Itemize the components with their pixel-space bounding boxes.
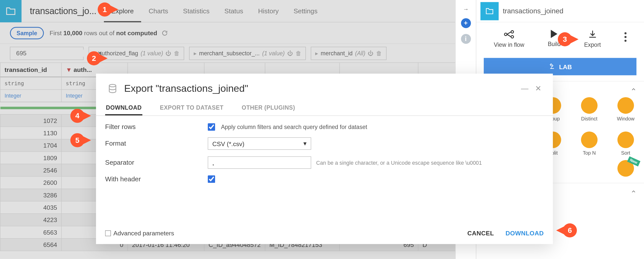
download-button[interactable]: DOWNLOAD [506, 230, 544, 237]
tab-settings[interactable]: Settings [286, 0, 325, 22]
play-icon [551, 30, 557, 38]
svg-point-7 [109, 84, 116, 87]
trash-icon[interactable]: 🗑 [296, 50, 301, 56]
action-view-in-flow[interactable]: View in flow [494, 30, 524, 48]
with-header-label: With header [105, 175, 208, 183]
recipe-item[interactable]: Distinct [576, 97, 602, 127]
separator-hint: Can be a single character, or a Unicode … [316, 159, 482, 166]
svg-point-4 [511, 35, 514, 38]
action-export[interactable]: Export [584, 30, 601, 48]
filter-rows-label: Filter rows [105, 123, 208, 131]
power-icon[interactable]: ⏻ [368, 50, 374, 56]
format-select[interactable]: CSV (*.csv)▾ [208, 137, 311, 150]
filter-rows-desc: Apply column filters and search query de… [221, 124, 367, 130]
search-input[interactable]: ✕ [10, 47, 84, 60]
lab-button[interactable]: LAB [484, 58, 636, 75]
trash-icon[interactable]: 🗑 [174, 50, 180, 56]
main-tabs: Explore Charts Statistics Status History… [104, 0, 325, 22]
chevron-up-icon [631, 189, 636, 194]
trash-icon[interactable]: 🗑 [376, 50, 382, 56]
modal-tab-other[interactable]: OTHER (PLUGINS) [241, 101, 296, 115]
dataset-icon[interactable] [0, 0, 22, 22]
refresh-icon[interactable] [161, 30, 168, 36]
tab-status[interactable]: Status [217, 0, 251, 22]
format-label: Format [105, 140, 208, 147]
annotation-4: 4 [70, 109, 91, 123]
tab-history[interactable]: History [251, 0, 286, 22]
more-menu[interactable] [624, 30, 626, 42]
dataset-title: transactions_jo... [30, 6, 96, 16]
info-button[interactable]: i [461, 34, 471, 44]
separator-label: Separator [105, 159, 208, 166]
modal-tab-export-dataset[interactable]: EXPORT TO DATASET [159, 101, 224, 115]
annotation-2: 2 [87, 51, 107, 65]
sample-button[interactable]: Sample [10, 27, 44, 39]
add-button[interactable]: + [461, 18, 471, 28]
filter-pill-merchant-subsector[interactable]: ▸merchant_subsector_... (1 value) ⏻🗑 [189, 47, 306, 60]
svg-line-5 [507, 32, 511, 34]
svg-line-6 [507, 34, 511, 37]
filter-rows-checkbox[interactable] [208, 123, 215, 131]
recipe-item[interactable]: Sort [613, 132, 639, 156]
svg-point-2 [505, 33, 507, 36]
annotation-1: 1 [98, 3, 118, 17]
recipe-item[interactable]: New [613, 160, 639, 179]
annotation-6: 6 [556, 223, 577, 237]
power-icon[interactable]: ⏻ [166, 50, 171, 56]
chevron-up-icon [631, 87, 636, 92]
expand-arrow-icon[interactable]: → [463, 6, 469, 12]
funnel-icon: ▼ [66, 66, 72, 73]
svg-point-3 [511, 31, 514, 33]
filter-pill-merchant-id[interactable]: ▸merchant_id (All) ⏻🗑 [311, 47, 386, 60]
power-icon[interactable]: ⏻ [287, 50, 293, 56]
database-icon [108, 83, 117, 93]
cancel-button[interactable]: CANCEL [467, 230, 494, 237]
microscope-icon [548, 63, 556, 70]
annotation-5: 5 [70, 133, 91, 147]
annotation-3: 3 [558, 32, 578, 46]
recipe-item[interactable]: Window [613, 97, 639, 127]
dataset-icon-small[interactable] [480, 2, 499, 20]
close-button[interactable]: ✕ [535, 84, 541, 93]
with-header-checkbox[interactable] [208, 175, 215, 183]
tab-charts[interactable]: Charts [141, 0, 176, 22]
minimize-button[interactable]: — [521, 84, 529, 93]
sample-info: First 10,000 rows out of not computed [50, 29, 157, 36]
chevron-down-icon: ▾ [303, 140, 307, 147]
advanced-params[interactable]: Advanced parameters [105, 230, 174, 237]
export-modal: Export "transactions_joined" — ✕ DOWNLOA… [96, 74, 553, 244]
separator-input[interactable] [208, 156, 311, 169]
recipe-item[interactable]: Top N [576, 132, 602, 156]
col-header-transaction-id[interactable]: transaction_id [0, 63, 61, 77]
right-panel-title: transactions_joined [503, 7, 564, 15]
modal-tab-download[interactable]: DOWNLOAD [105, 101, 143, 115]
modal-title: Export "transactions_joined" [124, 83, 514, 94]
tab-statistics[interactable]: Statistics [176, 0, 217, 22]
